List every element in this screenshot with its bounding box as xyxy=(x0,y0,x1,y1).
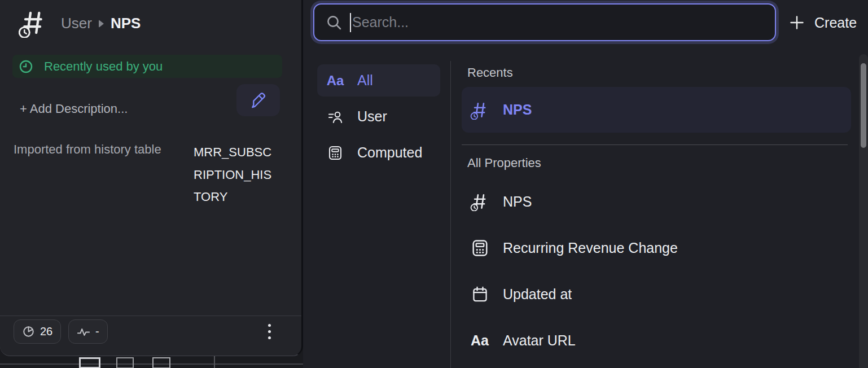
scrollbar-thumb[interactable] xyxy=(861,63,866,148)
property-item-recurring-revenue-change[interactable]: Recurring Revenue Change xyxy=(462,230,851,265)
breadcrumb: User NPS xyxy=(61,15,141,32)
search-input[interactable] xyxy=(352,5,775,40)
category-label: User xyxy=(357,108,387,125)
table-cell xyxy=(116,357,134,368)
calendar-icon xyxy=(468,285,491,304)
category-tab-user[interactable]: User xyxy=(317,100,440,133)
plus-icon xyxy=(789,15,805,30)
hash-clock-icon xyxy=(19,8,47,38)
panel-header xyxy=(19,8,47,38)
divider xyxy=(0,316,301,316)
search-icon xyxy=(326,14,343,31)
chevron-right-icon xyxy=(99,20,104,28)
user-list-icon xyxy=(326,109,344,125)
pie-chart-icon xyxy=(22,325,35,338)
count-chip[interactable]: 26 xyxy=(14,319,61,344)
table-border xyxy=(214,356,215,368)
info-value: MRR_SUBSCRIPTION_HISTORY xyxy=(194,141,278,208)
more-options-button[interactable] xyxy=(258,318,280,345)
pulse-icon xyxy=(77,326,90,338)
property-item-label: Avatar URL xyxy=(503,332,576,349)
create-button[interactable]: Create xyxy=(789,10,868,36)
property-item-label: Recurring Revenue Change xyxy=(503,240,678,256)
text-type-icon: Aa xyxy=(468,332,491,349)
text-cursor xyxy=(350,13,351,32)
scrollbar-track[interactable] xyxy=(859,54,868,368)
breadcrumb-parent: User xyxy=(61,15,92,32)
table-cell xyxy=(152,357,170,368)
category-label: Computed xyxy=(357,144,422,161)
add-description-button[interactable]: + Add Description... xyxy=(20,102,128,116)
info-label: Imported from history table xyxy=(14,142,161,157)
calculator-icon xyxy=(326,145,344,161)
clock-icon xyxy=(19,59,33,74)
recently-used-badge: Recently used by you xyxy=(12,55,282,78)
divider xyxy=(450,61,451,368)
table-border xyxy=(0,363,303,365)
hash-clock-icon xyxy=(468,192,491,211)
kebab-icon xyxy=(268,324,271,327)
edit-button[interactable] xyxy=(236,84,280,116)
trend-chip[interactable]: - xyxy=(68,319,108,344)
pencil-icon xyxy=(249,91,268,109)
divider xyxy=(462,144,848,145)
recently-used-label: Recently used by you xyxy=(44,59,163,74)
search-popover: Create Aa All User Computed xyxy=(303,0,868,368)
hash-clock-icon xyxy=(468,100,491,120)
calculator-icon xyxy=(468,239,491,257)
property-detail-panel: User NPS Recently used by you + Add Desc… xyxy=(0,0,303,356)
category-label: All xyxy=(357,72,373,89)
category-tab-all[interactable]: Aa All xyxy=(317,64,440,97)
create-button-label: Create xyxy=(814,15,857,31)
recents-header: Recents xyxy=(467,65,513,80)
property-item-label: Updated at xyxy=(503,286,572,303)
property-item-label: NPS xyxy=(503,194,532,210)
property-item-updated-at[interactable]: Updated at xyxy=(462,277,851,312)
recent-item-label: NPS xyxy=(503,102,532,118)
recent-item-nps[interactable]: NPS xyxy=(462,87,851,133)
background-table-fragments xyxy=(0,356,303,368)
text-type-icon: Aa xyxy=(326,73,344,89)
count-value: 26 xyxy=(40,325,52,338)
trend-value: - xyxy=(95,325,99,338)
property-item-nps[interactable]: NPS xyxy=(462,184,851,219)
breadcrumb-current: NPS xyxy=(111,15,141,32)
category-tab-computed[interactable]: Computed xyxy=(317,137,440,169)
property-item-avatar-url[interactable]: Aa Avatar URL xyxy=(462,323,851,358)
all-properties-header: All Properties xyxy=(467,156,541,170)
table-cell xyxy=(79,357,100,368)
search-bar xyxy=(313,3,776,41)
